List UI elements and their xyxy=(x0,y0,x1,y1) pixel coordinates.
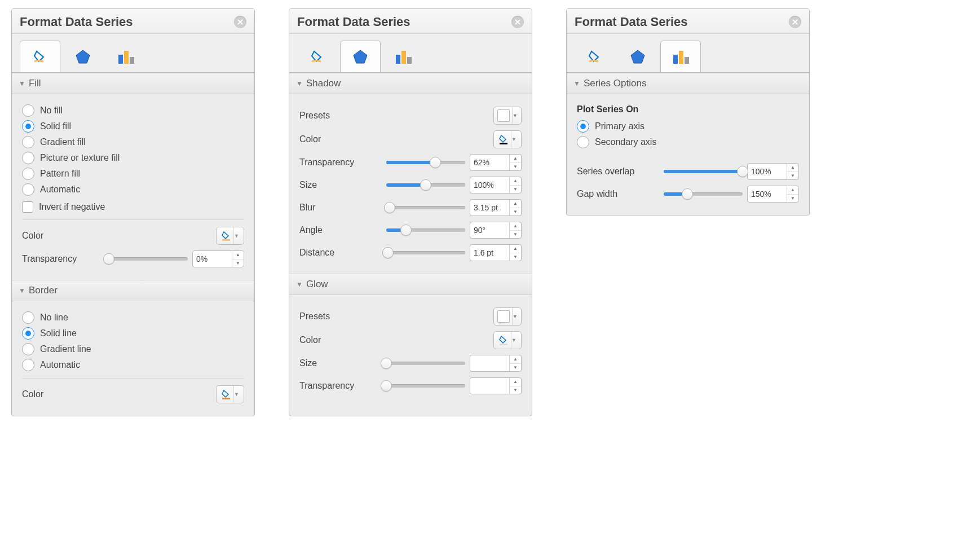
step-up-icon[interactable]: ▲ xyxy=(510,222,521,231)
radio-solid-line[interactable]: Solid line xyxy=(22,327,244,340)
glow-transparency-spinbox[interactable]: ▲▼ xyxy=(470,377,522,394)
tab-effects[interactable] xyxy=(340,41,381,72)
close-icon xyxy=(515,19,520,25)
close-button[interactable] xyxy=(789,16,801,28)
tab-strip xyxy=(567,33,809,73)
tab-series-options[interactable] xyxy=(105,41,146,72)
step-down-icon[interactable]: ▼ xyxy=(787,195,798,203)
shadow-blur-spinbox[interactable]: 3.15 pt▲▼ xyxy=(470,199,522,216)
step-up-icon[interactable]: ▲ xyxy=(510,177,521,186)
tab-effects[interactable] xyxy=(617,41,658,72)
gap-width-slider[interactable] xyxy=(664,192,743,196)
section-header-fill[interactable]: ▼ Fill xyxy=(12,73,254,94)
radio-no-line[interactable]: No line xyxy=(22,311,244,324)
radio-gradient-fill[interactable]: Gradient fill xyxy=(22,136,244,148)
shadow-angle-slider[interactable] xyxy=(386,228,465,232)
step-down-icon[interactable]: ▼ xyxy=(232,259,244,267)
section-body-fill: No fill Solid fill Gradient fill Picture… xyxy=(12,94,254,280)
section-body-series-options: Plot Series On Primary axis Secondary ax… xyxy=(567,94,809,215)
section-header-glow[interactable]: ▼ Glow xyxy=(289,274,532,295)
row-shadow-presets: Presets ▼ xyxy=(299,107,522,125)
radio-automatic-line[interactable]: Automatic xyxy=(22,359,244,371)
radio-picture-fill[interactable]: Picture or texture fill xyxy=(22,152,244,164)
section-header-border[interactable]: ▼ Border xyxy=(12,280,254,301)
pentagon-icon xyxy=(352,49,369,65)
shadow-angle-spinbox[interactable]: 90°▲▼ xyxy=(470,222,522,239)
shadow-presets-picker[interactable]: ▼ xyxy=(493,107,522,125)
shadow-distance-slider[interactable] xyxy=(386,251,465,254)
glow-transparency-slider[interactable] xyxy=(386,384,465,388)
section-header-series-options[interactable]: ▼ Series Options xyxy=(567,73,809,94)
format-panel-fill: Format Data Series ▼ Fill xyxy=(11,8,255,416)
step-down-icon[interactable]: ▼ xyxy=(510,186,521,193)
glow-size-spinbox[interactable]: ▲▼ xyxy=(470,355,522,372)
step-down-icon[interactable]: ▼ xyxy=(510,364,521,372)
shadow-transparency-slider[interactable] xyxy=(386,161,465,164)
fill-transparency-spinbox[interactable]: 0%▲▼ xyxy=(192,250,244,267)
glow-color-picker[interactable]: ▼ xyxy=(493,331,522,349)
close-button[interactable] xyxy=(234,16,246,28)
step-down-icon[interactable]: ▼ xyxy=(787,172,798,180)
glow-presets-picker[interactable]: ▼ xyxy=(493,307,522,326)
section-title: Border xyxy=(29,285,58,296)
step-down-icon[interactable]: ▼ xyxy=(510,253,521,261)
radio-gradient-line[interactable]: Gradient line xyxy=(22,343,244,355)
disclosure-triangle-icon: ▼ xyxy=(296,80,303,87)
radio-secondary-axis[interactable]: Secondary axis xyxy=(577,136,799,148)
step-down-icon[interactable]: ▼ xyxy=(510,231,521,239)
radio-automatic-fill[interactable]: Automatic xyxy=(22,183,244,196)
color-swatch-icon xyxy=(498,134,509,144)
series-overlap-spinbox[interactable]: 100%▲▼ xyxy=(747,163,799,180)
tab-series-options[interactable] xyxy=(383,41,423,72)
shadow-transparency-spinbox[interactable]: 62%▲▼ xyxy=(470,154,522,171)
step-up-icon[interactable]: ▲ xyxy=(510,378,521,386)
glow-size-slider[interactable] xyxy=(386,362,465,365)
shadow-size-spinbox[interactable]: 100%▲▼ xyxy=(470,177,522,193)
fill-transparency-slider[interactable] xyxy=(109,257,188,261)
section-body-shadow: Presets ▼ Color ▼ Transparency 62%▲▼ Siz… xyxy=(289,94,532,274)
separator xyxy=(22,378,244,379)
shadow-color-picker[interactable]: ▼ xyxy=(493,130,522,148)
border-color-picker[interactable]: ▼ xyxy=(216,385,244,403)
radio-solid-fill[interactable]: Solid fill xyxy=(22,120,244,133)
svg-rect-4 xyxy=(222,398,230,399)
step-up-icon[interactable]: ▲ xyxy=(232,251,244,259)
tab-fill-line[interactable] xyxy=(297,41,338,72)
step-up-icon[interactable]: ▲ xyxy=(510,155,521,163)
row-shadow-distance: Distance 1.6 pt▲▼ xyxy=(299,244,522,261)
step-up-icon[interactable]: ▲ xyxy=(510,200,521,208)
checkbox-invert-negative[interactable]: Invert if negative xyxy=(22,201,244,213)
section-body-glow: Presets ▼ Color ▼ Size ▲▼ Transparency ▲… xyxy=(289,295,532,407)
close-button[interactable] xyxy=(511,16,524,28)
step-up-icon[interactable]: ▲ xyxy=(787,164,798,172)
dropdown-arrow-icon: ▼ xyxy=(233,386,240,403)
svg-rect-0 xyxy=(118,55,123,64)
tab-effects[interactable] xyxy=(63,41,103,72)
gap-width-spinbox[interactable]: 150%▲▼ xyxy=(747,186,799,203)
shadow-distance-spinbox[interactable]: 1.6 pt▲▼ xyxy=(470,244,522,261)
color-swatch-icon xyxy=(221,231,231,241)
shadow-blur-slider[interactable] xyxy=(386,206,465,209)
shadow-size-slider[interactable] xyxy=(386,183,465,187)
section-header-shadow[interactable]: ▼ Shadow xyxy=(289,73,532,94)
step-down-icon[interactable]: ▼ xyxy=(510,163,521,171)
step-up-icon[interactable]: ▲ xyxy=(510,245,521,253)
tab-strip xyxy=(289,33,532,73)
tab-fill-line[interactable] xyxy=(20,41,60,72)
step-up-icon[interactable]: ▲ xyxy=(510,355,521,364)
step-up-icon[interactable]: ▲ xyxy=(787,186,798,195)
radio-primary-axis[interactable]: Primary axis xyxy=(577,120,799,133)
tab-series-options[interactable] xyxy=(660,41,701,72)
step-down-icon[interactable]: ▼ xyxy=(510,208,521,216)
radio-no-fill[interactable]: No fill xyxy=(22,104,244,117)
step-down-icon[interactable]: ▼ xyxy=(510,386,521,394)
radio-pattern-fill[interactable]: Pattern fill xyxy=(22,168,244,180)
series-overlap-slider[interactable] xyxy=(664,170,743,173)
fill-color-picker[interactable]: ▼ xyxy=(216,227,244,245)
row-fill-color: Color ▼ xyxy=(22,227,244,245)
tab-fill-line[interactable] xyxy=(575,41,615,72)
paint-bucket-icon xyxy=(587,49,603,65)
disclosure-triangle-icon: ▼ xyxy=(19,287,25,294)
dropdown-arrow-icon: ▼ xyxy=(512,308,518,325)
row-shadow-angle: Angle 90°▲▼ xyxy=(299,222,522,239)
